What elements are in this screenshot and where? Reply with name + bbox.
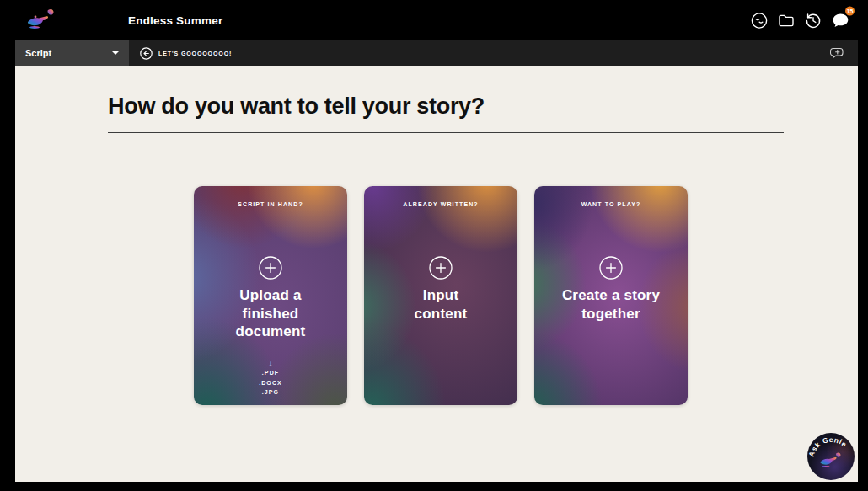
plus-circle-icon (259, 256, 282, 280)
card-title-line: together (534, 305, 688, 323)
card-title-line: finished (194, 305, 347, 323)
project-title: Endless Summer (128, 14, 222, 27)
card-tag: WANT TO PLAY? (534, 201, 688, 207)
script-dropdown[interactable]: Script (15, 40, 129, 66)
format-pdf: .PDF (194, 369, 347, 378)
card-tag: SCRIPT IN HAND? (194, 201, 347, 207)
history-icon[interactable] (801, 9, 824, 32)
reactions-icon[interactable] (747, 9, 770, 32)
format-docx: .DOCX (194, 379, 347, 388)
page-title: How do you want to tell your story? (108, 93, 784, 120)
page-title-section: How do you want to tell your story? (108, 93, 784, 133)
topbar: Endless Summer (0, 0, 868, 40)
ask-genie-button[interactable]: Ask Genie (807, 433, 855, 480)
card-create-together[interactable]: WANT TO PLAY? Create a story together (534, 186, 688, 405)
card-title: Create a story together (534, 286, 688, 323)
card-title: Upload a finished document (194, 286, 347, 341)
card-input-content[interactable]: ALREADY WRITTEN? Input content (364, 186, 517, 405)
genie-lamp-icon (820, 452, 840, 467)
card-tag: ALREADY WRITTEN? (364, 201, 517, 207)
plus-circle-icon (429, 256, 453, 280)
app-window: Endless Summer (0, 0, 868, 491)
card-title-line: Input (364, 286, 517, 305)
card-title-line: Upload a (194, 286, 347, 305)
folder-icon[interactable] (774, 9, 797, 32)
comment-plus-icon[interactable] (830, 46, 844, 60)
notification-badge: 15 (845, 7, 855, 16)
card-title-line: content (364, 305, 517, 323)
card-title-line: document (194, 323, 347, 341)
card-upload-document[interactable]: SCRIPT IN HAND? Upload a finished docume… (194, 186, 347, 405)
main-content: How do you want to tell your story? SCRI… (15, 66, 858, 482)
card-title: Input content (364, 286, 517, 323)
plus-circle-icon (599, 256, 623, 280)
script-dropdown-label: Script (25, 48, 51, 58)
story-option-cards: SCRIPT IN HAND? Upload a finished docume… (194, 186, 688, 405)
format-jpg: .JPG (194, 388, 347, 398)
chevron-down-icon (112, 51, 119, 55)
back-button[interactable]: LET'S GOOOOOOOO! (140, 47, 232, 60)
topbar-icon-group: 15 (747, 9, 851, 32)
toolbar: Script LET'S GOOOOOOOO! (15, 40, 858, 66)
down-arrow-icon: ↓ (194, 359, 347, 368)
back-arrow-icon (140, 47, 153, 60)
card-title-line: Create a story (534, 286, 688, 305)
back-button-label: LET'S GOOOOOOOO! (158, 51, 232, 56)
chat-icon[interactable]: 15 (828, 9, 851, 32)
accepted-formats: ↓ .PDF .DOCX .JPG (194, 359, 347, 398)
genie-lamp-logo-icon (23, 7, 58, 34)
